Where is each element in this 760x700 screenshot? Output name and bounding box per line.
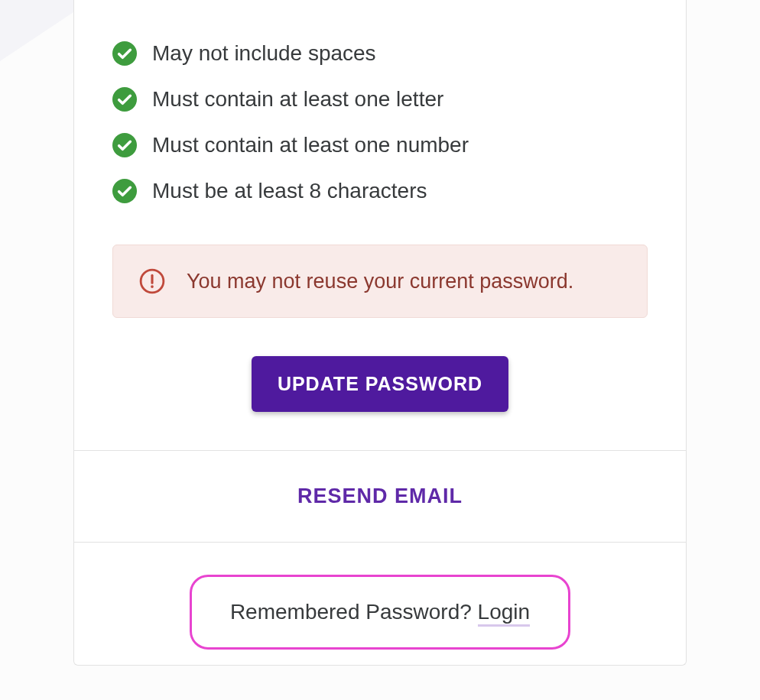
password-requirements-list: May not include spaces Must contain at l… [112, 31, 648, 214]
svg-point-3 [112, 179, 137, 203]
login-link[interactable]: Login [478, 600, 531, 627]
card-main: May not include spaces Must contain at l… [74, 0, 686, 450]
svg-point-6 [151, 285, 154, 288]
requirement-text: May not include spaces [152, 41, 376, 66]
check-circle-icon [112, 41, 137, 66]
error-alert: You may not reuse your current password. [112, 245, 648, 318]
login-prompt-box: Remembered Password? Login [190, 575, 570, 650]
check-circle-icon [112, 179, 137, 203]
check-circle-icon [112, 87, 137, 112]
update-password-button[interactable]: UPDATE PASSWORD [252, 356, 508, 412]
check-circle-icon [112, 133, 137, 157]
svg-point-1 [112, 87, 137, 112]
svg-point-0 [112, 41, 137, 66]
svg-point-2 [112, 133, 137, 157]
requirement-item: Must contain at least one number [112, 122, 648, 168]
requirement-text: Must contain at least one number [152, 133, 469, 157]
alert-message: You may not reuse your current password. [187, 270, 573, 293]
remembered-text: Remembered Password? [230, 600, 478, 624]
requirement-item: May not include spaces [112, 31, 648, 76]
requirement-item: Must contain at least one letter [112, 76, 648, 122]
alert-circle-icon [139, 268, 165, 294]
requirement-text: Must be at least 8 characters [152, 179, 427, 203]
requirement-text: Must contain at least one letter [152, 87, 443, 112]
card-footer: Remembered Password? Login [74, 542, 686, 665]
password-card: May not include spaces Must contain at l… [73, 0, 687, 666]
resend-email-button[interactable]: RESEND EMAIL [297, 484, 463, 508]
login-prompt-text: Remembered Password? Login [230, 600, 530, 627]
card-secondary: RESEND EMAIL [74, 450, 686, 542]
requirement-item: Must be at least 8 characters [112, 168, 648, 214]
